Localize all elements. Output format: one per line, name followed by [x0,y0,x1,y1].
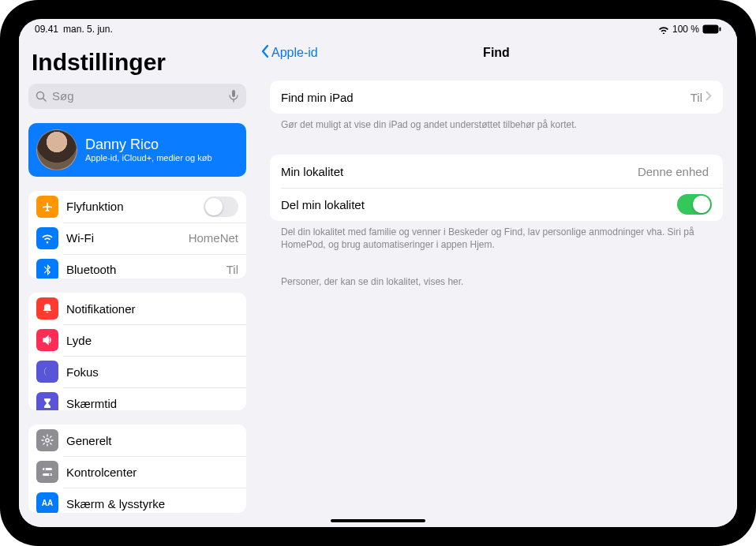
hourglass-icon [36,392,58,410]
svg-rect-1 [720,28,721,32]
bell-icon [36,297,58,320]
mic-icon[interactable] [227,90,240,103]
share-location-row: Del min lokalitet [270,188,723,221]
sidebar-item-general[interactable]: Generelt [28,424,246,456]
profile-name: Danny Rico [85,136,212,153]
sidebar-item-controlcenter[interactable]: Kontrolcenter [28,456,246,488]
sidebar-group-connectivity: Flyfunktion Wi-Fi HomeNet [28,191,246,279]
sidebar-item-bluetooth[interactable]: Bluetooth Til [28,254,246,279]
moon-icon [36,361,58,383]
svg-text:AA: AA [42,499,53,507]
search-input[interactable] [52,89,227,103]
bluetooth-label: Bluetooth [66,263,226,276]
svg-rect-0 [703,25,719,34]
nav-bar: Apple-id Find [256,36,737,69]
status-bar: 09.41 man. 5. jun. 100 % [19,19,737,36]
airplane-label: Flyfunktion [66,200,204,213]
screentime-label: Skærmtid [66,397,238,410]
share-location-toggle[interactable] [677,194,712,215]
my-location-label: Min lokalitet [281,165,638,178]
focus-label: Fokus [66,365,238,379]
sidebar-item-focus[interactable]: Fokus [28,356,246,387]
find-ipad-value: Til [691,91,702,104]
bluetooth-icon [36,259,58,279]
speaker-icon [36,329,58,351]
bluetooth-value: Til [226,263,238,276]
wifi-label: Wi-Fi [66,231,189,245]
location-group: Min lokalitet Denne enhed Del min lokali… [270,155,723,221]
find-ipad-footer: Gør det muligt at vise din iPad og andet… [270,114,723,131]
svg-line-3 [43,98,47,101]
brightness-icon: AA [36,492,58,513]
my-location-value: Denne enhed [638,165,709,178]
share-location-label: Del min lokalitet [281,198,677,211]
airplane-icon [36,196,58,218]
sidebar-item-airplane[interactable]: Flyfunktion [28,191,246,223]
sidebar-item-wifi[interactable]: Wi-Fi HomeNet [28,223,246,254]
status-date: man. 5. jun. [63,24,113,35]
status-time: 09.41 [35,24,58,35]
sidebar-item-notifications[interactable]: Notifikationer [28,293,246,324]
svg-rect-6 [43,468,52,470]
general-label: Generelt [66,434,238,447]
content-pane: Apple-id Find Find min iPad Til [256,36,737,527]
controlcenter-label: Kontrolcenter [66,466,238,479]
display-label: Skærm & lysstyrke [66,497,238,510]
find-ipad-label: Find min iPad [281,91,691,104]
notifications-label: Notifikationer [66,302,238,316]
sidebar-item-sounds[interactable]: Lyde [28,324,246,356]
svg-rect-4 [232,90,235,97]
sidebar-group-notifications: Notifikationer Lyde Fokus [28,293,246,410]
wifi-settings-icon [36,227,58,249]
svg-point-9 [49,474,51,476]
nav-title: Find [256,46,737,60]
wifi-value: HomeNet [189,231,238,245]
profile-row[interactable]: Danny Rico Apple-id, iCloud+, medier og … [28,123,246,177]
sidebar-item-display[interactable]: AA Skærm & lysstyrke [28,488,246,513]
svg-point-8 [44,469,46,470]
wifi-icon [658,25,669,34]
settings-title: Indstillinger [28,43,246,84]
ipad-frame: 09.41 man. 5. jun. 100 % Indstillinger [0,0,756,546]
people-footer: Personer, der kan se din lokalitet, vise… [270,271,723,288]
sounds-label: Lyde [66,334,238,347]
home-indicator[interactable] [331,519,425,522]
profile-subtitle: Apple-id, iCloud+, medier og køb [85,153,212,163]
sidebar-item-screentime[interactable]: Skærmtid [28,387,246,410]
find-ipad-group: Find min iPad Til [270,80,723,114]
sliders-icon [36,461,58,483]
search-icon [35,90,47,103]
share-location-footer: Del din lokalitet med familie og venner … [270,221,723,251]
gear-icon [36,429,58,451]
sidebar: Indstillinger Danny Rico Apple-id, iClou… [19,36,256,527]
my-location-row[interactable]: Min lokalitet Denne enhed [270,155,723,188]
sidebar-group-general: Generelt Kontrolcenter AA Skærm & lyssty… [28,424,246,513]
screen: 09.41 man. 5. jun. 100 % Indstillinger [19,19,737,527]
search-field[interactable] [28,84,246,109]
battery-percent: 100 % [672,24,699,35]
airplane-toggle[interactable] [204,196,238,217]
battery-icon [702,24,721,34]
avatar [36,129,77,170]
svg-point-5 [46,439,49,442]
find-ipad-row[interactable]: Find min iPad Til [270,80,723,114]
chevron-right-icon [705,90,712,104]
